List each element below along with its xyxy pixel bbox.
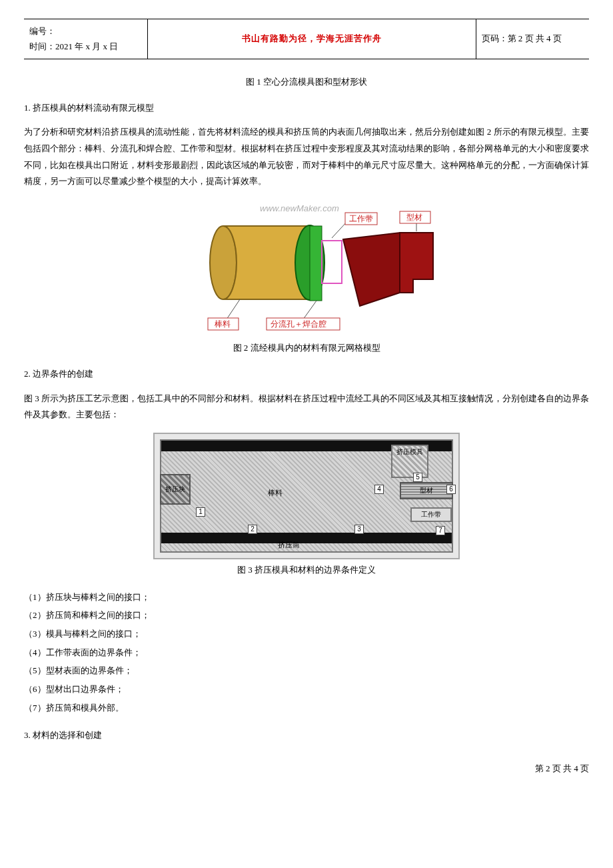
figure-3-wrap: www.newMaker.com 挤压块 棒料 挤压模具 型材 工作带 挤压筒 … — [24, 433, 589, 559]
fig2-label-porthole: 分流孔＋焊合腔 — [271, 319, 326, 329]
fig3-container-label: 挤压筒 — [278, 539, 300, 551]
header-table: 编号： 时间：2021 年 x 月 x 日 书山有路勤为径，学海无涯苦作舟 页码… — [24, 19, 589, 59]
fig3-num-3: 3 — [354, 525, 364, 534]
section-2-paragraph: 图 3 所示为挤压工艺示意图，包括工具中的不同部分和材料。根据材料在挤压过程中流… — [24, 391, 589, 423]
fig3-num-2: 2 — [248, 525, 257, 534]
fig3-num-1: 1 — [196, 507, 205, 517]
list-item-2: （2）挤压筒和棒料之间的接口； — [24, 607, 589, 624]
fig3-num-4: 4 — [374, 485, 384, 494]
fig2-label-profile: 型材 — [406, 213, 422, 222]
header-motto: 书山有路勤为径，学海无涯苦作舟 — [147, 19, 476, 59]
fig3-profile-label: 型材 — [420, 485, 433, 496]
fig3-billet-label: 棒料 — [268, 487, 283, 499]
leader-line-icon — [227, 299, 240, 319]
figure-1-caption: 图 1 空心分流模具图和型材形状 — [24, 75, 589, 89]
section-2-title: 2. 边界条件的创建 — [24, 367, 589, 381]
section-1-title: 1. 挤压模具的材料流动有限元模型 — [24, 101, 589, 115]
fig3-press-label: 挤压块 — [165, 484, 185, 495]
figure-3-caption: 图 3 挤压模具和材料的边界条件定义 — [24, 563, 589, 577]
fig3-num-5: 5 — [413, 473, 422, 482]
figure-2-caption: 图 2 流经模具内的材料有限元网格模型 — [24, 341, 589, 355]
profile-shape-icon — [343, 233, 400, 306]
list-item-3: （3）模具与棒料之间的接口； — [24, 626, 589, 643]
list-item-4: （4）工作带表面的边界条件； — [24, 645, 589, 661]
fig3-num-6: 6 — [446, 485, 456, 494]
container-bottom-icon — [161, 533, 452, 543]
porthole-body-icon — [310, 226, 322, 301]
page-footer: 第 2 页 共 4 页 — [24, 762, 589, 776]
section-3-title: 3. 材料的选择和创建 — [24, 729, 589, 743]
list-item-7: （7）挤压筒和模具外部。 — [24, 700, 589, 717]
fig2-label-billet: 棒料 — [215, 319, 231, 329]
press-block-icon: 挤压块 — [160, 474, 191, 505]
doc-number-label: 编号： — [29, 23, 142, 39]
leader-line-icon — [303, 301, 316, 319]
list-item-6: （6）型材出口边界条件； — [24, 681, 589, 698]
header-left-cell: 编号： 时间：2021 年 x 月 x 日 — [24, 19, 147, 59]
figure-2-svg: www.newMaker.com 工作带 型材 棒料 分流孔＋焊合腔 — [160, 199, 453, 333]
fig3-num-7: 7 — [436, 526, 445, 535]
fig2-label-workband: 工作带 — [349, 214, 373, 223]
figure-3-inner: 挤压块 棒料 挤压模具 型材 工作带 挤压筒 1 2 3 4 5 6 7 — [160, 439, 453, 553]
list-item-5: （5）型材表面的边界条件； — [24, 663, 589, 679]
figure-2-watermark: www.newMaker.com — [260, 203, 339, 213]
doc-time-line: 时间：2021 年 x 月 x 日 — [29, 39, 142, 54]
list-item-1: （1）挤压块与棒料之间的接口； — [24, 589, 589, 606]
fig3-die-label: 挤压模具 — [396, 448, 423, 455]
profile-block-icon: 型材 — [400, 482, 453, 499]
fig3-workband-label: 工作带 — [421, 509, 441, 520]
profile-extrude-icon — [400, 233, 433, 293]
workband-block-icon: 工作带 — [410, 507, 452, 522]
section-1-paragraph: 为了分析和研究材料沿挤压模具的流动性能，首先将材料流经的模具和挤压筒的内表面几何… — [24, 124, 589, 190]
figure-2-wrap: www.newMaker.com 工作带 型材 棒料 分流孔＋焊合腔 — [24, 199, 589, 337]
header-page-label: 页码：第 2 页 共 4 页 — [476, 19, 589, 59]
figure-3-diagram: www.newMaker.com 挤压块 棒料 挤压模具 型材 工作带 挤压筒 … — [153, 433, 460, 559]
die-block-icon: 挤压模具 — [391, 445, 428, 478]
